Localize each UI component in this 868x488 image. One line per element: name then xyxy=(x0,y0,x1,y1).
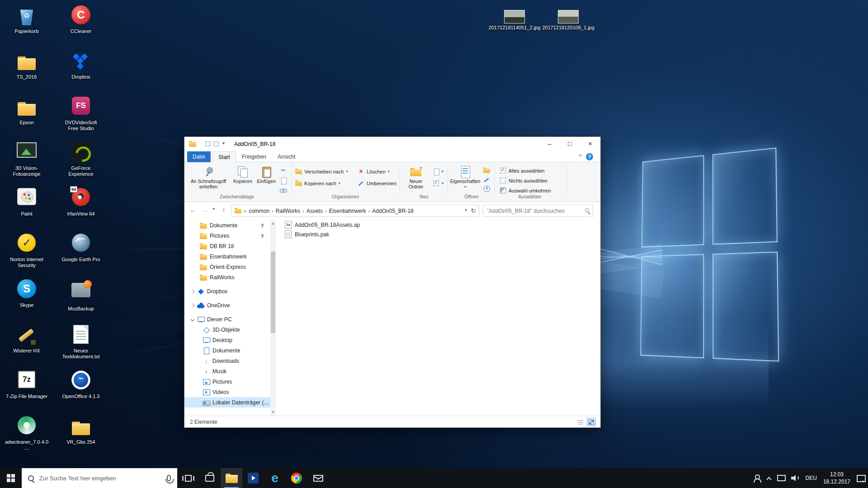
sidebar-item-dropbox[interactable]: Dropbox xyxy=(184,286,270,296)
pin-quick-access-button[interactable]: An Schnellzugriff anheften xyxy=(187,164,230,194)
sidebar-item-orient-express[interactable]: Orient-Express xyxy=(184,262,270,272)
history-button[interactable] xyxy=(482,184,492,193)
tab-ansicht[interactable]: Ansicht xyxy=(273,151,300,162)
desktop-icon-papierkorb[interactable]: ♻ Papierkorb xyxy=(5,5,48,34)
breadcrumb-segment[interactable]: RailWorks xyxy=(276,208,300,214)
breadcrumb-segment[interactable]: Eisenbahnwerk xyxy=(329,208,366,214)
file-row[interactable]: Blueprints.pak xyxy=(281,230,600,239)
show-hidden-icons-button[interactable] xyxy=(764,468,774,488)
desktop-icon-ccleaner[interactable]: C CCleaner xyxy=(59,5,103,34)
file-menu-button[interactable]: Datei xyxy=(187,151,211,162)
chevron-right-icon[interactable] xyxy=(191,304,194,307)
scroll-up-icon[interactable] xyxy=(272,222,274,225)
sidebar-item-eisenbahnwerk[interactable]: Eisenbahnwerk xyxy=(184,251,270,262)
sidebar-item-dokumente-quick[interactable]: Dokumente xyxy=(184,220,270,230)
search-input[interactable] xyxy=(486,206,579,216)
maximize-button[interactable]: □ xyxy=(560,137,580,151)
tab-freigeben[interactable]: Freigeben xyxy=(238,151,270,162)
help-icon[interactable]: ? xyxy=(586,153,593,160)
address-bar[interactable]: « common › RailWorks › Assets › Eisenbah… xyxy=(231,205,479,217)
open-button[interactable] xyxy=(482,166,492,175)
desktop-icon-norton[interactable]: ✓ Norton Internet Security xyxy=(5,234,48,268)
edge-button[interactable]: e xyxy=(264,468,286,488)
copy-to-button[interactable]: → Kopieren nach ▾ xyxy=(294,178,354,188)
breadcrumb-overflow[interactable]: « xyxy=(241,208,249,214)
desktop-icon-irfanview[interactable]: 64 IrfanView 64 xyxy=(59,188,103,217)
paste-button[interactable]: Einfügen xyxy=(255,164,278,194)
sidebar-item-pictures-quick[interactable]: Pictures xyxy=(184,230,270,241)
sidebar-scrollbar[interactable] xyxy=(270,220,276,416)
close-button[interactable]: × xyxy=(580,137,600,151)
desktop-icon-dvdvideosoft[interactable]: FS DVDVideoSoft Free Studio xyxy=(59,97,103,131)
easy-access-button[interactable]: ▾ xyxy=(431,178,445,188)
cut-button[interactable]: ✂ xyxy=(278,166,288,175)
clock-button[interactable]: 12:03 18.12.2017 xyxy=(820,468,854,488)
rename-button[interactable]: Umbenennen xyxy=(356,178,398,188)
desktop-icon-ts2016[interactable]: TS_2016 xyxy=(5,51,48,80)
action-center-button[interactable] xyxy=(854,468,868,488)
sidebar-item-downloads[interactable]: ↓ Downloads xyxy=(184,356,270,366)
chevron-right-icon[interactable] xyxy=(191,290,194,293)
desktop-icon-google-earth[interactable]: Google Earth Pro xyxy=(59,234,103,263)
sidebar-item-lokaler-datentraeger[interactable]: Lokaler Datenträger (C:) xyxy=(184,397,270,408)
desktop-icon-dropbox[interactable]: Dropbox xyxy=(59,51,103,80)
sidebar-item-3d-objekte[interactable]: 3D-Objekte xyxy=(184,324,270,335)
desktop-icon-3d-vision[interactable]: 3D Vision-Fotoanzeige xyxy=(5,142,48,177)
recent-locations-button[interactable]: ▾ xyxy=(211,206,217,211)
desktop-icon-wisterer[interactable]: Wisterer HX xyxy=(5,325,48,354)
paste-shortcut-button[interactable] xyxy=(278,186,288,195)
media-app-button[interactable] xyxy=(242,468,264,488)
delete-button[interactable]: × Löschen ▾ xyxy=(356,167,393,176)
sidebar-item-dokumente[interactable]: Dokumente xyxy=(184,345,270,356)
people-button[interactable] xyxy=(750,468,764,488)
select-none-button[interactable]: Nichts auswählen xyxy=(498,176,561,185)
desktop-icon-geforce[interactable]: GeForce Experience xyxy=(59,142,103,177)
title-bar[interactable]: ▾ AddOn05_BR-18 – □ × xyxy=(184,137,600,151)
scroll-down-icon[interactable] xyxy=(272,411,274,413)
quick-access-button[interactable] xyxy=(205,141,211,146)
desktop-icon-jpg-2[interactable]: 20171218120108_1.jpg xyxy=(542,10,595,31)
quick-access-button[interactable] xyxy=(213,141,219,146)
desktop-icon-vr-gbs[interactable]: VR_Gbs 254 xyxy=(59,416,103,445)
start-button[interactable] xyxy=(0,468,22,488)
collapse-ribbon-icon[interactable]: ^ xyxy=(579,154,582,159)
desktop-icon-jpg-1[interactable]: 20171218114051_2.jpg xyxy=(488,10,541,31)
desktop-icon-paint[interactable]: Paint xyxy=(5,188,48,217)
file-explorer-button[interactable] xyxy=(221,468,242,488)
taskbar-search[interactable]: Zur Suche Text hier eingeben xyxy=(22,468,177,488)
new-item-button[interactable]: ▾ xyxy=(431,167,445,176)
breadcrumb-segment[interactable]: AddOn05_BR-18 xyxy=(372,208,413,214)
details-view-button[interactable] xyxy=(576,418,585,426)
volume-button[interactable] xyxy=(788,468,802,488)
properties-button[interactable]: Eigenschaften ▾ xyxy=(450,164,480,194)
icons-view-button[interactable] xyxy=(587,418,596,426)
select-all-button[interactable]: Alles auswählen xyxy=(498,166,561,175)
file-list[interactable]: 7z AddOn05_BR-18Assets.ap Blueprints.pak xyxy=(281,220,600,416)
sidebar-item-videos[interactable]: Videos xyxy=(184,387,270,397)
breadcrumb-segment[interactable]: Assets xyxy=(307,208,323,214)
desktop-icon-textdokument[interactable]: Neues Textdokument.txt xyxy=(59,325,103,360)
search-box[interactable] xyxy=(483,205,593,217)
chevron-down-icon[interactable] xyxy=(191,318,194,321)
desktop-icon-adwcleaner[interactable]: adwcleaner_7.0.4.0.... xyxy=(5,416,48,451)
refresh-icon[interactable]: ↻ xyxy=(471,207,476,214)
mail-button[interactable] xyxy=(307,468,329,488)
sidebar-item-railworks[interactable]: RailWorks xyxy=(184,272,270,282)
new-folder-button[interactable]: ✦ Neuer Ordner xyxy=(402,164,429,194)
network-button[interactable] xyxy=(774,468,788,488)
forward-button[interactable]: → xyxy=(200,206,210,214)
breadcrumb-segment[interactable]: common xyxy=(249,208,269,214)
desktop-icon-openoffice[interactable]: ~ OpenOffice 4.1.3 xyxy=(59,371,103,399)
sidebar-item-db-br-18[interactable]: DB BR 18 xyxy=(184,241,270,251)
copy-path-button[interactable] xyxy=(278,176,288,185)
language-button[interactable]: DEU xyxy=(802,468,820,488)
edit-button[interactable] xyxy=(482,175,492,184)
scrollbar-thumb[interactable] xyxy=(271,252,275,333)
minimize-button[interactable]: – xyxy=(539,137,560,151)
desktop-icon-7zip[interactable]: 7z 7-Zip File Manager xyxy=(5,371,48,399)
desktop-icon-skype[interactable]: S Skype xyxy=(5,279,48,308)
address-dropdown-icon[interactable]: ▾ xyxy=(465,208,467,212)
microphone-icon[interactable] xyxy=(167,475,171,481)
file-row[interactable]: 7z AddOn05_BR-18Assets.ap xyxy=(281,220,600,230)
sidebar-item-dieser-pc[interactable]: Dieser PC xyxy=(184,314,270,324)
